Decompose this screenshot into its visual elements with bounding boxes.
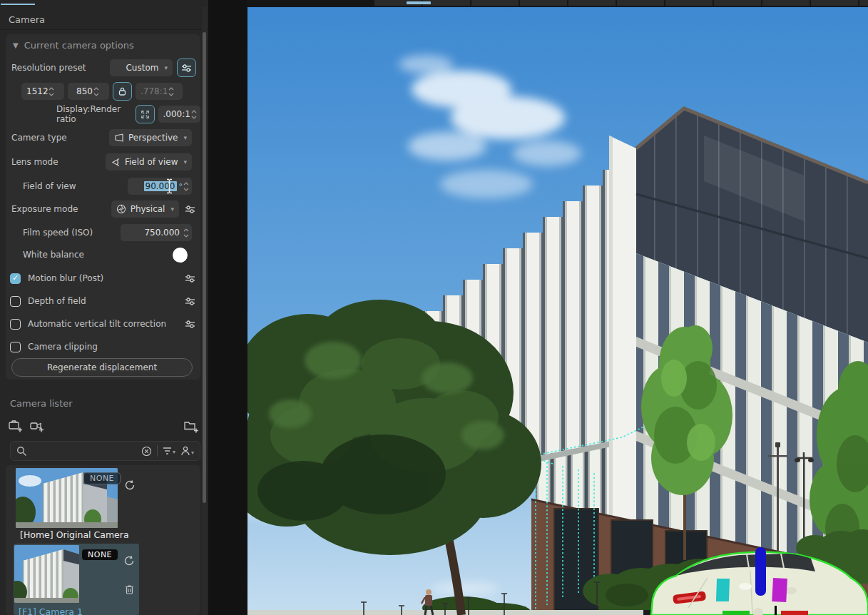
resolution-height-value: 850 (73, 86, 93, 96)
add-camera-icon (9, 420, 23, 433)
fov-spinner[interactable] (183, 179, 190, 193)
fov-label: Field of view (11, 181, 76, 191)
fit-display-button[interactable] (136, 105, 155, 123)
aspect-ratio-field: .778:1 (136, 83, 183, 100)
film-speed-value: 750.000 (144, 228, 180, 238)
fov-field[interactable]: 90.000 ° (128, 178, 192, 195)
camera-type-value: Perspective (128, 133, 178, 143)
divider (157, 445, 158, 457)
camera-panel: Camera ▼ Current camera options Resoluti… (0, 7, 208, 615)
camera-item-label[interactable]: [F1] Camera 1 (19, 606, 83, 615)
perspective-icon (114, 133, 124, 142)
lens-mode-label: Lens mode (11, 157, 58, 167)
film-speed-label: Film speed (ISO) (11, 228, 93, 238)
resolution-width-field[interactable]: 1512 (21, 83, 64, 100)
camera-thumbnail[interactable] (14, 545, 79, 603)
white-balance-label: White balance (11, 250, 84, 260)
regenerate-displacement-button[interactable]: Regenerate displacement (11, 358, 193, 377)
sliders-icon (185, 320, 195, 329)
resolution-width-value: 1512 (26, 86, 48, 96)
chevron-down-icon: ▾ (183, 134, 187, 141)
filter-icon (163, 447, 172, 455)
sliders-icon (181, 63, 192, 73)
marker-red (781, 611, 808, 615)
resolution-preset-dropdown[interactable]: Custom ▾ (110, 59, 173, 76)
display-render-ratio-label: Display:Render ratio (56, 104, 133, 124)
resolution-height-field[interactable]: 850 (68, 83, 109, 100)
divider (0, 29, 208, 30)
height-spinner[interactable] (93, 84, 100, 98)
add-folder-icon (184, 420, 199, 433)
chevron-down-icon: ▾ (170, 205, 174, 213)
exposure-mode-label: Exposure mode (11, 204, 78, 214)
display-render-ratio-value: .000:1 (163, 109, 190, 119)
film-speed-spinner[interactable] (183, 225, 190, 240)
camera-badge: NONE (83, 472, 121, 484)
field-of-view-icon (111, 158, 121, 167)
add-camera-button[interactable] (9, 420, 23, 433)
chevron-down-icon: ▾ (191, 449, 194, 456)
exposure-mode-dropdown[interactable]: Physical ▾ (111, 200, 179, 218)
aspect-ratio-value: .778:1 (141, 86, 168, 96)
filter-button[interactable]: ▾ (163, 447, 175, 455)
film-speed-field[interactable]: 750.000 (121, 224, 192, 241)
width-spinner[interactable] (48, 84, 55, 98)
motion-blur-checkbox[interactable] (10, 273, 21, 284)
resolution-settings-button[interactable] (177, 59, 196, 77)
search-input[interactable] (32, 445, 136, 457)
resolution-preset-label: Resolution preset (11, 63, 86, 73)
delete-camera-button[interactable] (124, 584, 135, 597)
chevron-down-icon: ▾ (183, 158, 187, 166)
depth-of-field-label: Depth of field (28, 296, 86, 306)
depth-of-field-checkbox[interactable] (10, 296, 21, 307)
display-render-ratio-field[interactable]: .000:1 (158, 106, 201, 123)
clear-search-button[interactable] (141, 446, 152, 457)
white-balance-swatch[interactable] (173, 248, 188, 263)
trash-icon (124, 584, 135, 595)
lens-mode-value: Field of view (125, 157, 178, 167)
render-scene (247, 7, 868, 615)
sliders-icon (185, 297, 195, 306)
viewport-canvas[interactable] (247, 7, 868, 615)
refresh-thumbnail-button[interactable] (124, 479, 136, 493)
depth-of-field-settings-button[interactable] (179, 297, 200, 306)
auto-tilt-settings-button[interactable] (179, 320, 200, 329)
camera-lister-header: Camera lister (10, 398, 73, 409)
marker-green (723, 611, 750, 615)
active-viewport-tab-indicator (407, 1, 431, 4)
motion-blur-settings-button[interactable] (179, 274, 200, 283)
ratio-spinner[interactable] (168, 84, 175, 98)
camera-type-dropdown[interactable]: Perspective ▾ (109, 129, 192, 146)
aspect-lock-button[interactable] (113, 82, 132, 101)
camera-clipping-label: Camera clipping (28, 342, 98, 352)
aperture-icon (116, 204, 126, 214)
refresh-icon (123, 555, 135, 566)
owner-filter-button[interactable]: ▾ (180, 446, 194, 456)
gizmo-cyan[interactable] (716, 579, 730, 601)
camera-clipping-checkbox[interactable] (10, 342, 21, 352)
lens-mode-dropdown[interactable]: Field of view ▾ (106, 153, 192, 171)
camera-badge: NONE (82, 549, 118, 560)
camera-item-label[interactable]: [Home] Original Camera (20, 529, 129, 540)
gizmo-magenta[interactable] (772, 578, 787, 602)
chevron-down-icon: ▾ (164, 64, 168, 71)
scrollbar-thumb[interactable] (203, 32, 206, 503)
refresh-icon (124, 479, 136, 491)
camera-list: NONE [Home] Original Camera (6, 465, 200, 615)
lock-icon (118, 86, 127, 96)
clear-circle-icon (141, 446, 152, 457)
exposure-settings-button[interactable] (179, 205, 200, 214)
camera-search-bar[interactable]: ▾ ▾ (10, 441, 200, 461)
chevron-down-icon: ▾ (173, 449, 175, 455)
viewport-tab-strip (374, 0, 868, 6)
auto-tilt-checkbox[interactable] (10, 319, 21, 330)
panel-gap (208, 0, 247, 615)
section-header-current-camera-options[interactable]: ▼ Current camera options (13, 40, 134, 51)
display-ratio-spinner[interactable] (190, 107, 198, 121)
refresh-thumbnail-button[interactable] (123, 555, 135, 569)
add-folder-button[interactable] (184, 420, 199, 433)
panel-scrollbar (202, 7, 207, 615)
add-video-camera-button[interactable] (30, 420, 44, 433)
gizmo-blue[interactable] (755, 547, 766, 596)
exposure-mode-value: Physical (131, 204, 165, 214)
